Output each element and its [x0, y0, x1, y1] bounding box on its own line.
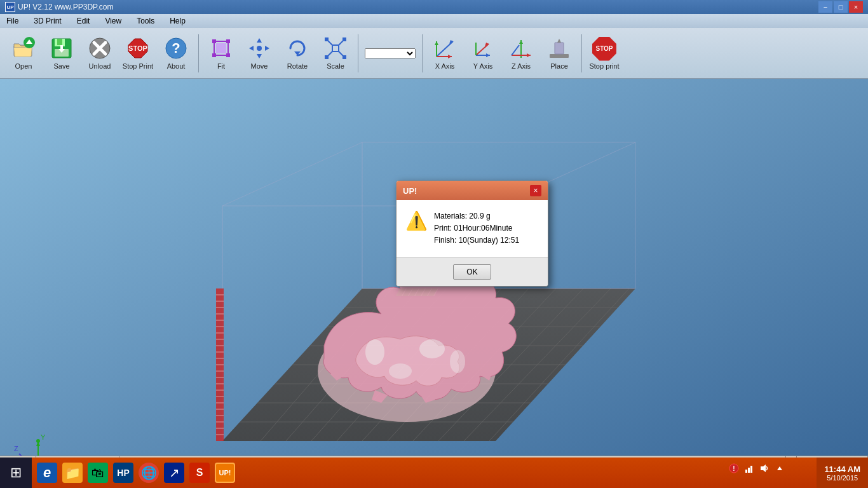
taskbar-sketchup[interactable]: S	[189, 463, 210, 483]
svg-rect-22	[212, 53, 216, 57]
about-button[interactable]: ? About	[158, 30, 194, 76]
stop-print-label: Stop Print	[123, 62, 153, 71]
security-tray-icon[interactable]: !	[728, 463, 740, 474]
maximize-button[interactable]: □	[834, 1, 848, 13]
move-button[interactable]: Move	[241, 30, 278, 76]
menu-edit[interactable]: Edit	[73, 15, 94, 27]
svg-marker-141	[761, 464, 766, 472]
unload-label: Unload	[89, 62, 111, 71]
taskbar-explorer[interactable]: 📁	[62, 463, 83, 483]
svg-point-122	[450, 350, 465, 373]
menu-bar: File 3D Print Edit View Tools Help	[0, 14, 868, 28]
y-axis-label: Y Axis	[473, 62, 492, 71]
x-axis-button[interactable]: X Axis	[426, 30, 463, 76]
viewport: X Y Z UP! × ⚠️ Materi	[0, 79, 868, 456]
svg-text:Y: Y	[41, 433, 46, 441]
svg-point-134	[36, 439, 40, 443]
rotate-button[interactable]: Rotate	[279, 30, 316, 76]
z-axis-button[interactable]: Z Axis	[503, 30, 539, 76]
svg-marker-27	[265, 46, 269, 51]
windows-logo: ⊞	[10, 464, 22, 481]
tray-expand-icon[interactable]	[774, 463, 785, 474]
menu-tools[interactable]: Tools	[133, 15, 158, 27]
fit-icon	[208, 36, 234, 61]
place-button[interactable]: Place	[541, 30, 578, 76]
menu-file[interactable]: File	[3, 15, 22, 27]
svg-rect-140	[750, 466, 752, 473]
svg-rect-36	[342, 37, 346, 41]
svg-marker-42	[448, 55, 452, 58]
fit-button[interactable]: Fit	[203, 30, 240, 76]
clock[interactable]: 11:44 AM 5/10/2015	[817, 458, 868, 488]
clock-time: 11:44 AM	[824, 464, 860, 474]
svg-marker-142	[777, 466, 782, 470]
svg-rect-38	[342, 55, 346, 59]
up-icon: UP!	[219, 469, 231, 477]
y-axis-button[interactable]: Y Axis	[465, 30, 501, 76]
svg-point-121	[419, 339, 445, 358]
system-tray: !	[728, 463, 785, 474]
move-icon	[247, 36, 272, 61]
svg-marker-53	[527, 53, 531, 57]
dialog-info-text: Materials: 20.9 g Print: 01Hour:06Minute…	[434, 210, 519, 247]
y-axis-icon	[470, 36, 496, 61]
save-label: Save	[53, 62, 69, 71]
x-axis-label: X Axis	[435, 62, 455, 71]
warning-icon: ⚠️	[405, 210, 428, 231]
taskbar-up[interactable]: UP!	[215, 463, 235, 483]
toolbar-separator-3	[422, 34, 423, 72]
dialog-line2: Print: 01Hour:06Minute	[434, 222, 519, 234]
taskbar-apps: e 📁 🛍 HP 🌐 ↗ S UP!	[34, 463, 238, 483]
volume-tray-icon[interactable]	[759, 463, 770, 474]
stop-print-button[interactable]: STOP Stop Print	[119, 30, 156, 76]
svg-marker-25	[257, 54, 262, 58]
svg-rect-37	[325, 55, 329, 59]
taskbar-store[interactable]: 🛍	[88, 463, 108, 483]
svg-point-120	[365, 339, 384, 365]
taskbar-hp[interactable]: HP	[113, 463, 133, 483]
taskbar-arrow[interactable]: ↗	[164, 463, 184, 483]
menu-view[interactable]: View	[101, 15, 125, 27]
dialog-ok-button[interactable]: OK	[453, 264, 491, 280]
hp-icon: HP	[117, 468, 129, 478]
toolbar: Open Save Unload	[0, 28, 868, 79]
minimize-button[interactable]: −	[818, 1, 832, 13]
unload-icon	[87, 36, 112, 61]
chrome-icon: 🌐	[141, 465, 157, 480]
start-button[interactable]: ⊞	[0, 458, 32, 488]
close-button[interactable]: ×	[849, 1, 863, 13]
network-tray-icon[interactable]	[743, 463, 755, 474]
unload-button[interactable]: Unload	[81, 30, 118, 76]
svg-text:!: !	[733, 465, 735, 472]
save-button[interactable]: Save	[43, 30, 80, 76]
svg-rect-23	[226, 53, 230, 57]
arrow-icon: ↗	[169, 465, 180, 480]
place-icon	[546, 36, 572, 61]
z-axis-label: Z Axis	[512, 62, 531, 71]
x-axis-icon	[432, 36, 458, 61]
dialog-line1: Materials: 20.9 g	[434, 210, 519, 222]
svg-rect-21	[226, 39, 230, 43]
save-icon	[49, 36, 74, 61]
app-icon: UP	[5, 2, 15, 12]
open-icon	[11, 36, 36, 61]
scale-button[interactable]: Scale	[317, 30, 354, 76]
scale-label: Scale	[327, 62, 344, 71]
taskbar: ⊞ e 📁 🛍 HP 🌐 ↗ S UP!	[0, 458, 868, 488]
svg-rect-56	[555, 43, 564, 54]
stop-sign-icon: STOP	[592, 37, 616, 61]
dialog-close-button[interactable]: ×	[530, 185, 541, 196]
rotate-icon	[285, 36, 310, 61]
taskbar-ie[interactable]: e	[37, 463, 57, 483]
view-dropdown[interactable]	[365, 48, 416, 58]
menu-help[interactable]: Help	[166, 15, 189, 27]
menu-3dprint[interactable]: 3D Print	[30, 15, 65, 27]
taskbar-chrome[interactable]: 🌐	[139, 463, 159, 483]
dialog-line3: Finish: 10(Sunday) 12:51	[434, 234, 519, 247]
svg-rect-30	[332, 45, 339, 51]
stop-print-right-button[interactable]: STOP Stop print	[586, 30, 623, 76]
toolbar-separator-1	[198, 34, 199, 72]
open-button[interactable]: Open	[5, 30, 42, 76]
svg-marker-44	[435, 41, 438, 45]
svg-marker-58	[557, 39, 561, 43]
